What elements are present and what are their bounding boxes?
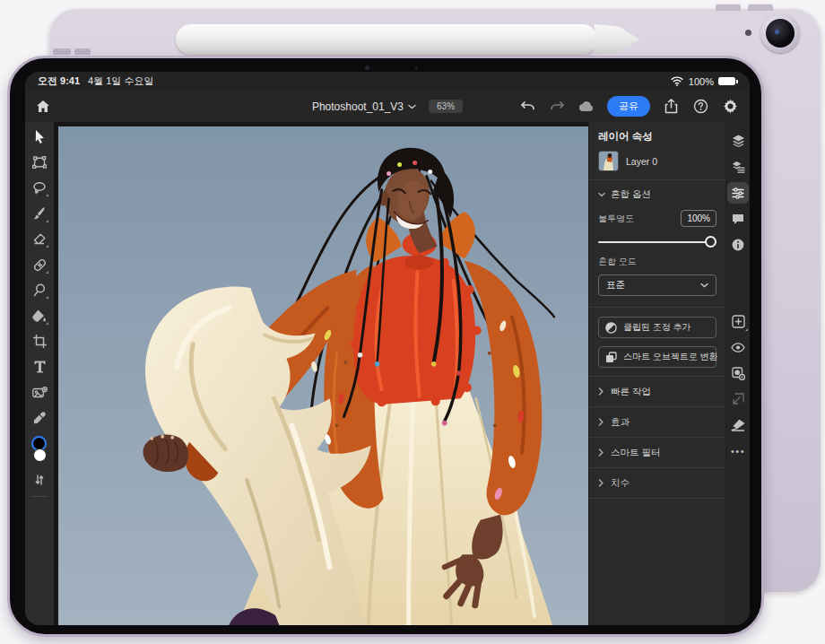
- tool-bar: [25, 122, 54, 625]
- more-options-icon[interactable]: •••: [727, 440, 749, 462]
- transform-tool[interactable]: [30, 153, 49, 172]
- section-label: 빠른 작업: [611, 386, 651, 398]
- chevron-down-icon: [408, 104, 416, 109]
- divider: [589, 498, 725, 499]
- app-title-bar: Photoshoot_01_V3 63%: [25, 91, 750, 122]
- type-tool[interactable]: [30, 358, 49, 377]
- layer-thumbnail: [598, 151, 619, 171]
- lasso-tool[interactable]: [30, 178, 49, 197]
- volume-button: [716, 4, 741, 11]
- rear-camera: [760, 13, 800, 53]
- export-icon[interactable]: [662, 98, 680, 116]
- slider-track: [598, 241, 716, 243]
- effects-row[interactable]: 효과: [598, 407, 716, 437]
- document-title-menu[interactable]: Photoshoot_01_V3: [312, 100, 416, 113]
- comment-icon[interactable]: [727, 208, 749, 230]
- task-strip: •••: [725, 122, 750, 625]
- date: 4월 1일 수요일: [88, 74, 153, 88]
- blend-mode-dropdown[interactable]: 표준: [598, 274, 716, 296]
- home-icon[interactable]: [34, 98, 52, 116]
- zoom-level-badge[interactable]: 63%: [429, 100, 463, 113]
- convert-smart-object-button[interactable]: 스마트 오브젝트로 변환: [598, 346, 716, 368]
- visibility-eye-icon[interactable]: [727, 336, 749, 358]
- layer-properties-panel: 레이어 속성 Layer 0: [588, 122, 725, 625]
- section-label: 효과: [611, 416, 630, 429]
- panel-title: 레이어 속성: [598, 130, 716, 144]
- toolbar-divider: [30, 496, 48, 497]
- camera-lens: [766, 19, 795, 48]
- healing-brush-tool[interactable]: [30, 256, 49, 274]
- fill-tool[interactable]: [30, 307, 49, 326]
- chevron-down-icon: [700, 283, 708, 288]
- dimensions-row[interactable]: 치수: [598, 468, 716, 498]
- ios-status-bar: 오전 9:41 4월 1일 수요일 100%: [25, 72, 750, 91]
- background-color-chip[interactable]: [33, 448, 47, 462]
- photo-canvas: [58, 126, 588, 625]
- move-tool[interactable]: [30, 127, 49, 146]
- front-ipad-device: 오전 9:41 4월 1일 수요일 100%: [7, 56, 764, 637]
- eyedropper-tool[interactable]: [30, 409, 49, 428]
- rear-mic: [745, 30, 751, 36]
- brush-tool[interactable]: [30, 205, 49, 223]
- place-photo-tool[interactable]: [30, 383, 49, 402]
- section-label: 스마트 필터: [611, 447, 660, 459]
- add-layer-icon[interactable]: [727, 310, 749, 332]
- send-to-icon[interactable]: [727, 388, 749, 410]
- chevron-down-icon: [598, 192, 605, 197]
- cloud-sync-icon[interactable]: [578, 98, 595, 116]
- opacity-label: 불투명도: [598, 213, 634, 225]
- redo-icon[interactable]: [548, 98, 566, 116]
- chevron-right-icon: [598, 418, 604, 426]
- slider-knob[interactable]: [705, 236, 716, 248]
- wifi-icon: [671, 76, 684, 87]
- crop-tool[interactable]: [30, 332, 49, 351]
- add-clipped-adjustment-label: 클립된 조정 추가: [623, 321, 691, 334]
- swap-colors-icon[interactable]: [30, 474, 49, 486]
- adjustment-icon: [605, 322, 617, 334]
- color-chips: [30, 436, 49, 466]
- blend-mode-value: 표준: [606, 279, 625, 292]
- layers-icon[interactable]: [727, 130, 749, 152]
- apple-pencil: [176, 24, 597, 55]
- battery-icon: [718, 77, 735, 85]
- layer-name: Layer 0: [626, 156, 657, 167]
- layer-properties-icon[interactable]: [727, 182, 749, 204]
- marketing-scene: 오전 9:41 4월 1일 수요일 100%: [0, 0, 825, 644]
- volume-button: [748, 4, 773, 11]
- front-sensor: [415, 66, 418, 69]
- battery-percent: 100%: [689, 76, 714, 87]
- convert-smart-object-label: 스마트 오브젝트로 변환: [623, 351, 718, 363]
- photoshop-app-screen: 오전 9:41 4월 1일 수요일 100%: [25, 72, 750, 625]
- undo-icon[interactable]: [518, 98, 536, 116]
- smart-object-icon: [605, 352, 617, 363]
- chevron-right-icon: [598, 387, 604, 396]
- chevron-right-icon: [598, 448, 604, 457]
- eraser-tool[interactable]: [30, 230, 49, 248]
- chevron-right-icon: [598, 479, 604, 487]
- document-title: Photoshoot_01_V3: [312, 100, 404, 113]
- layer-row[interactable]: Layer 0: [598, 151, 716, 179]
- smart-filters-row[interactable]: 스마트 필터: [598, 438, 716, 467]
- front-camera: [365, 65, 369, 70]
- share-button[interactable]: 공유: [607, 96, 650, 117]
- blend-mode-label: 혼합 모드: [598, 256, 716, 268]
- opacity-value[interactable]: 100%: [681, 210, 716, 227]
- layer-mask-icon[interactable]: [727, 362, 749, 384]
- opacity-slider[interactable]: [598, 234, 716, 250]
- clock: 오전 9:41: [38, 74, 80, 88]
- info-icon[interactable]: [727, 234, 749, 256]
- help-icon[interactable]: [691, 98, 709, 116]
- blend-options-header[interactable]: 혼합 옵션: [598, 180, 716, 208]
- quick-actions-row[interactable]: 빠른 작업: [598, 377, 716, 406]
- side-button: [74, 48, 91, 55]
- add-clipped-adjustment-button[interactable]: 클립된 조정 추가: [598, 317, 716, 338]
- compact-layers-icon[interactable]: [727, 156, 749, 178]
- settings-gear-icon[interactable]: [721, 98, 739, 116]
- canvas[interactable]: [54, 122, 588, 625]
- section-label: 치수: [611, 477, 630, 490]
- lens-glint: [775, 30, 779, 34]
- blend-options-label: 혼합 옵션: [611, 188, 651, 201]
- clear-layer-icon[interactable]: [727, 414, 749, 436]
- clone-stamp-tool[interactable]: [30, 281, 49, 300]
- side-button: [53, 48, 71, 55]
